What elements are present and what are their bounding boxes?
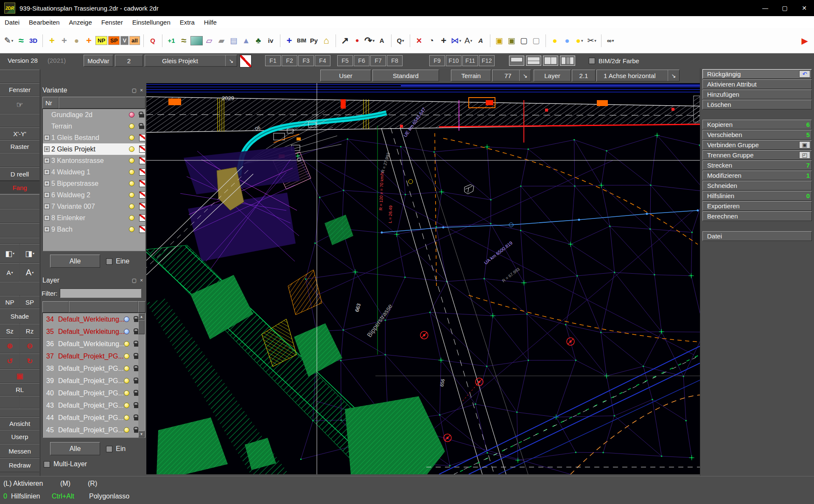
float-panel-icon[interactable]: ▢ <box>132 277 137 283</box>
action-modifizieren[interactable]: Modifizieren1 <box>702 171 812 180</box>
axis-icon[interactable]: + <box>83 33 95 48</box>
visibility-bulb-icon[interactable] <box>124 341 129 347</box>
freehand-pen-icon[interactable]: ✎ <box>3 33 14 48</box>
multilayer-checkbox[interactable] <box>44 461 50 468</box>
visibility-bulb-icon[interactable] <box>129 192 134 198</box>
sidebar-redraw-button[interactable]: Redraw <box>0 458 39 472</box>
eine-checkbox[interactable] <box>106 258 112 265</box>
zoom-out-button[interactable]: ⊖ <box>20 338 39 353</box>
polygon-filled-icon[interactable]: ▰ <box>216 33 227 48</box>
visibility-bulb-icon[interactable] <box>129 146 134 152</box>
ein-checkbox[interactable] <box>106 446 112 452</box>
variante-row[interactable]: +9 Bach <box>43 224 145 235</box>
action-trennen-gruppe[interactable]: Trennen Gruppe◰ <box>702 150 812 160</box>
layer-alle-button[interactable]: Alle <box>50 442 100 455</box>
variante-row[interactable]: +3 Kantonsstrasse <box>43 155 145 166</box>
copy-attribute-icon[interactable]: ▣ <box>494 33 505 48</box>
visibility-bulb-icon[interactable] <box>129 135 134 140</box>
lock-icon[interactable] <box>139 126 144 129</box>
frame-icon[interactable]: ▢ <box>518 33 530 48</box>
modvar-button[interactable]: ModVar <box>84 55 113 67</box>
tree-icon[interactable]: ♣ <box>253 33 264 48</box>
scroll-down-icon[interactable]: ▼ <box>138 431 145 437</box>
expand-icon[interactable]: + <box>44 135 50 140</box>
menu-einstellungen[interactable]: Einstellungen <box>128 16 175 28</box>
scale-text-icon[interactable]: A <box>463 33 474 48</box>
tile-mode-icon[interactable]: ◧ <box>0 244 20 263</box>
variante-row[interactable]: Grundlage 2d <box>43 109 145 120</box>
sidebar-fenster-button[interactable]: Fenster <box>0 83 39 96</box>
sidebar-dreell-button[interactable]: D reell <box>0 167 39 181</box>
close-button[interactable]: ✕ <box>794 0 814 16</box>
close-panel-icon[interactable]: × <box>140 87 143 93</box>
bim-icon[interactable]: BIM <box>296 33 308 48</box>
sidebar-shade-button[interactable]: Shade <box>0 308 39 324</box>
maximize-button[interactable]: ▢ <box>775 0 794 16</box>
action-schneiden[interactable]: Schneiden <box>702 181 812 190</box>
layer-row[interactable]: 34Default_Werkleitung... <box>43 313 145 325</box>
zoom-page-button[interactable]: ▣ <box>0 369 39 383</box>
chevron-down-icon[interactable]: ↘ <box>225 55 237 66</box>
pen-swatch-icon[interactable] <box>139 191 145 199</box>
variante-row[interactable]: +6 Waldweg 2 <box>43 189 145 201</box>
modvar-value[interactable]: 2 <box>115 55 143 67</box>
pen-swatch-icon[interactable] <box>139 203 145 210</box>
terrain-select[interactable]: 77 ↘ <box>492 70 531 81</box>
action-verbinden-gruppe[interactable]: Verbinden Gruppe▣ <box>702 140 812 150</box>
f6-button[interactable]: F6 <box>354 55 369 66</box>
layer-button[interactable]: Layer <box>534 70 571 81</box>
sidebar-messen-button[interactable]: Messen <box>0 444 39 458</box>
action-exportieren[interactable]: Exportieren <box>702 201 812 211</box>
f7-button[interactable]: F7 <box>370 55 386 66</box>
all-badge[interactable]: all <box>129 36 140 45</box>
close-panel-icon[interactable]: × <box>140 277 143 283</box>
apply-attribute-icon[interactable]: ▣ <box>506 33 517 48</box>
filter-input[interactable] <box>60 288 141 298</box>
lamp-yellow-icon[interactable]: ● <box>549 33 561 48</box>
point-gray-icon[interactable]: + <box>59 33 70 48</box>
f4-button[interactable]: F4 <box>315 55 330 66</box>
layout-single-icon[interactable] <box>509 56 524 66</box>
sidebar-ansicht-button[interactable]: Ansicht <box>0 417 39 430</box>
flag-icon[interactable]: ▶ <box>802 36 808 46</box>
f2-button[interactable]: F2 <box>282 55 297 66</box>
layer-row[interactable]: 36Default_Werkleitung... <box>43 338 145 350</box>
expand-icon[interactable]: + <box>44 227 50 232</box>
variante-row[interactable]: +7 Variante 007 <box>43 201 145 212</box>
user-button[interactable]: User <box>320 70 371 81</box>
visibility-bulb-icon[interactable] <box>129 169 134 175</box>
f1-button[interactable]: F1 <box>265 55 281 66</box>
expand-icon[interactable]: + <box>44 215 50 221</box>
action-loeschen[interactable]: Löschen <box>702 100 812 109</box>
leader-arrow-icon[interactable]: ↗ <box>339 33 351 48</box>
spline-icon[interactable]: ≈ <box>178 33 190 48</box>
sidebar-sz-button[interactable]: Sz <box>0 324 20 338</box>
v-badge[interactable]: V <box>120 36 129 45</box>
layout-hsplit-icon[interactable] <box>526 56 541 66</box>
zoom-all-button[interactable]: ↻ <box>20 353 39 369</box>
wall-icon[interactable]: ▤ <box>228 33 240 48</box>
action-aktivieren-attribut[interactable]: Aktivieren Attribut <box>702 79 812 89</box>
visibility-bulb-icon[interactable] <box>124 390 129 396</box>
expand-icon[interactable]: + <box>44 204 50 209</box>
pan-hand-icon[interactable]: ☞ <box>0 96 39 114</box>
zoom-previous-button[interactable]: ↺ <box>0 353 20 369</box>
sidebar-sp-button[interactable]: SP <box>20 296 39 308</box>
layer-name-header[interactable] <box>69 301 138 313</box>
pen-swatch-icon[interactable] <box>139 168 145 176</box>
bim-color-checkbox[interactable] <box>589 58 595 64</box>
expand-icon[interactable]: + <box>44 146 50 152</box>
layer-row[interactable]: 44Default_Projekt_PG... <box>43 412 145 424</box>
chevron-down-icon[interactable]: ↘ <box>668 70 679 81</box>
polygon-icon[interactable]: ▱ <box>204 33 215 48</box>
standard-button[interactable]: Standard <box>372 70 439 81</box>
visibility-bulb-icon[interactable] <box>124 403 129 408</box>
drawing-canvas[interactable]: 2029 06 UE km 6542.647 R = 27.993 R = 12… <box>146 83 700 474</box>
action-kopieren[interactable]: Kopieren6 <box>702 120 812 129</box>
terrain-icon[interactable]: ≈ <box>15 33 27 48</box>
f9-button[interactable]: F9 <box>429 55 445 66</box>
layout-triple-icon[interactable] <box>560 56 575 66</box>
layer-row[interactable]: 39Default_Projekt_PG... <box>43 375 145 387</box>
frame2-icon[interactable]: ▢ <box>531 33 542 48</box>
f8-button[interactable]: F8 <box>387 55 403 66</box>
